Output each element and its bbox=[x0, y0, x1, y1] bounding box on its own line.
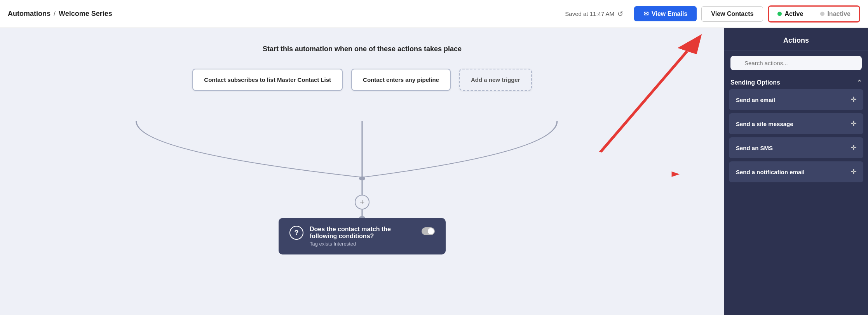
trigger-node-1[interactable]: Contact enters any pipeline bbox=[351, 69, 451, 91]
action-label-1: Send a site message bbox=[736, 121, 793, 127]
condition-icon: ? bbox=[289, 226, 303, 240]
condition-toggle[interactable] bbox=[422, 227, 435, 235]
breadcrumb-child: Welcome Series bbox=[59, 10, 112, 18]
search-actions-wrap: 🔍 bbox=[724, 50, 868, 76]
drag-icon-2[interactable]: ✛ bbox=[851, 144, 856, 152]
svg-point-2 bbox=[359, 177, 365, 180]
condition-node[interactable]: ? Does the contact match the following c… bbox=[279, 218, 446, 254]
app-header: Automations / Welcome Series Saved at 11… bbox=[0, 0, 868, 28]
trigger-node-0[interactable]: Contact subscribes to list Master Contac… bbox=[192, 69, 343, 91]
view-contacts-label: View Contacts bbox=[711, 10, 753, 17]
history-icon[interactable]: ↺ bbox=[617, 10, 623, 18]
view-emails-label: View Emails bbox=[652, 10, 687, 17]
drag-icon-1[interactable]: ✛ bbox=[851, 119, 856, 128]
active-inactive-toggle: Active Inactive bbox=[768, 5, 860, 22]
action-label-3: Send a notification email bbox=[736, 169, 805, 175]
main-area: Start this automation when one of these … bbox=[0, 28, 868, 315]
breadcrumb-separator: / bbox=[54, 10, 56, 18]
action-label-0: Send an email bbox=[736, 97, 775, 103]
active-toggle-button[interactable]: Active bbox=[769, 7, 812, 21]
trigger-node-add[interactable]: Add a new trigger bbox=[459, 69, 532, 91]
canvas-title: Start this automation when one of these … bbox=[0, 45, 724, 53]
canvas: Start this automation when one of these … bbox=[0, 28, 724, 315]
search-actions-input[interactable] bbox=[730, 56, 862, 70]
inactive-label: Inactive bbox=[827, 10, 851, 17]
search-wrap: 🔍 bbox=[730, 56, 862, 70]
view-emails-button[interactable]: ✉ View Emails bbox=[634, 6, 697, 21]
inactive-dot bbox=[820, 12, 824, 16]
triggers-row: Contact subscribes to list Master Contac… bbox=[0, 69, 724, 91]
action-item-1[interactable]: Send a site message ✛ bbox=[729, 113, 863, 134]
saved-text: Saved at 11:47 AM bbox=[565, 10, 614, 17]
sending-options-header[interactable]: Sending Options ⌃ bbox=[724, 76, 868, 89]
drag-icon-3[interactable]: ✛ bbox=[851, 168, 856, 176]
chevron-up-icon: ⌃ bbox=[857, 79, 862, 86]
condition-text: Does the contact match the following con… bbox=[310, 226, 415, 247]
action-item-3[interactable]: Send a notification email ✛ bbox=[729, 161, 863, 182]
drag-icon-0[interactable]: ✛ bbox=[851, 95, 856, 104]
action-item-0[interactable]: Send an email ✛ bbox=[729, 89, 863, 110]
saved-info: Saved at 11:47 AM ↺ bbox=[565, 10, 623, 18]
add-icon: + bbox=[360, 197, 365, 207]
active-dot bbox=[777, 12, 782, 16]
section-label: Sending Options bbox=[730, 79, 780, 86]
action-label-2: Send an SMS bbox=[736, 145, 773, 151]
breadcrumb-parent[interactable]: Automations bbox=[8, 10, 51, 18]
svg-marker-6 bbox=[672, 171, 680, 177]
add-node-button[interactable]: + bbox=[355, 195, 370, 209]
actions-panel: Actions 🔍 Sending Options ⌃ Send an emai… bbox=[724, 28, 868, 315]
email-icon: ✉ bbox=[643, 10, 648, 17]
action-item-2[interactable]: Send an SMS ✛ bbox=[729, 137, 863, 158]
panel-title: Actions bbox=[724, 28, 868, 50]
svg-line-1 bbox=[600, 51, 687, 152]
breadcrumb: Automations / Welcome Series bbox=[8, 10, 112, 18]
condition-sub: Tag exists Interested bbox=[310, 241, 415, 247]
inactive-toggle-button[interactable]: Inactive bbox=[812, 7, 859, 21]
actions-list: Send an email ✛ Send a site message ✛ Se… bbox=[724, 89, 868, 185]
view-contacts-button[interactable]: View Contacts bbox=[701, 6, 763, 22]
condition-title: Does the contact match the following con… bbox=[310, 226, 415, 240]
active-label: Active bbox=[784, 10, 803, 17]
